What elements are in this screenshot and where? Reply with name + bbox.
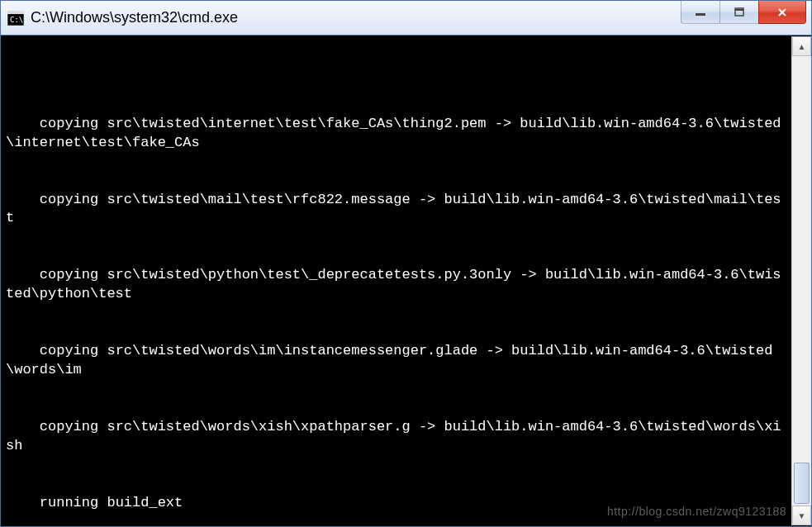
scroll-down-button[interactable]: ▼ bbox=[792, 506, 811, 525]
scrollbar[interactable]: ▲ ▼ bbox=[791, 36, 811, 525]
scroll-track[interactable] bbox=[792, 56, 811, 506]
window-title: C:\Windows\system32\cmd.exe bbox=[31, 9, 681, 26]
cmd-window: C:\ C:\Windows\system32\cmd.exe copying … bbox=[0, 0, 812, 527]
titlebar[interactable]: C:\ C:\Windows\system32\cmd.exe bbox=[1, 1, 811, 36]
svg-rect-1 bbox=[7, 11, 24, 14]
window-controls bbox=[681, 1, 811, 35]
output-line: copying src\twisted\words\im\instancemes… bbox=[6, 342, 788, 380]
maximize-button[interactable] bbox=[719, 1, 759, 24]
output-line: copying src\twisted\mail\test\rfc822.mes… bbox=[6, 191, 788, 229]
output-line: copying src\twisted\internet\test\fake_C… bbox=[6, 115, 788, 153]
console-output[interactable]: copying src\twisted\internet\test\fake_C… bbox=[1, 36, 811, 526]
close-button[interactable] bbox=[758, 1, 806, 24]
output-line: copying src\twisted\python\test\_depreca… bbox=[6, 266, 788, 304]
scroll-up-button[interactable]: ▲ bbox=[792, 36, 811, 56]
output-line: copying src\twisted\words\xish\xpathpars… bbox=[6, 418, 788, 456]
svg-text:C:\: C:\ bbox=[10, 16, 23, 24]
output-line: running build_ext bbox=[6, 494, 788, 513]
minimize-button[interactable] bbox=[681, 1, 720, 24]
scroll-thumb[interactable] bbox=[794, 463, 810, 504]
cmd-icon: C:\ bbox=[7, 11, 24, 26]
console-text: copying src\twisted\internet\test\fake_C… bbox=[6, 77, 810, 526]
